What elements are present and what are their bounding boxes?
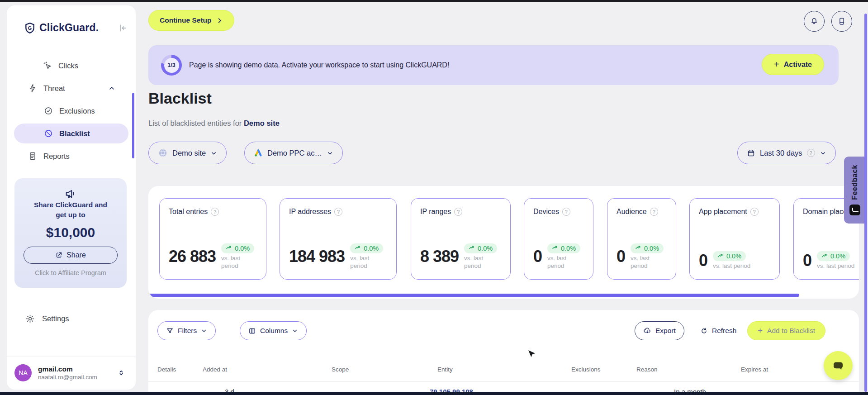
chevron-down-icon [210, 150, 217, 157]
export-label: Export [655, 327, 676, 335]
feedback-tab[interactable]: Feedback [844, 157, 865, 224]
page-vertical-scrollbar[interactable] [864, 14, 867, 392]
chevron-updown-icon[interactable] [118, 369, 125, 377]
page-subtitle: List of blacklisted entities for Demo si… [148, 119, 280, 128]
stat-value: 26 883 [169, 247, 216, 266]
chevron-down-icon [201, 328, 207, 334]
sidebar-item-label: Blacklist [59, 129, 90, 138]
column-header: Expires at [741, 366, 768, 373]
chat-widget-button[interactable] [824, 351, 853, 380]
user-meta: gmail.com naatali.ro@gmail.com [38, 365, 97, 381]
lightning-icon [28, 84, 37, 93]
ppc-account-selector[interactable]: Demo PPC ac… [244, 142, 343, 164]
sidebar-item-reports[interactable]: Reports [7, 145, 136, 167]
stat-value: 8 389 [420, 247, 459, 266]
help-icon[interactable]: ? [562, 208, 570, 216]
trend-badge: 0.0% [221, 243, 254, 253]
filters-button[interactable]: Filters [157, 321, 216, 340]
demo-data-banner: 1/3 Page is showing demo data. Activate … [148, 45, 839, 85]
export-button[interactable]: Export [635, 321, 684, 340]
stat-label: IP addresses [289, 208, 331, 216]
stat-label: Audience [617, 208, 647, 216]
sidebar: G ClickGuard. Clicks [7, 5, 136, 390]
column-header: Exclusions [571, 366, 601, 373]
activate-label: Activate [784, 61, 812, 69]
help-icon[interactable]: ? [454, 208, 462, 216]
refresh-button[interactable]: Refresh [697, 321, 740, 340]
window-bottom-edge [0, 392, 868, 395]
gear-icon [25, 314, 35, 324]
date-range-selector[interactable]: Last 30 days ? [737, 142, 836, 164]
stat-value: 0 [617, 247, 625, 266]
promo-amount: $10,000 [14, 225, 127, 240]
trend-badge: 0.0% [464, 243, 497, 253]
chevron-down-icon [820, 150, 826, 157]
sidebar-item-label: Clicks [58, 62, 78, 70]
user-email: naatali.ro@gmail.com [38, 374, 97, 381]
continue-setup-label: Continue Setup [160, 16, 212, 24]
help-icon[interactable]: ? [334, 208, 342, 216]
stat-card-ip-addresses: IP addresses? 184 983 0.0% vs. last peri… [280, 198, 397, 280]
chevron-up-icon[interactable] [108, 85, 115, 92]
stat-value: 0 [803, 251, 811, 270]
columns-button[interactable]: Columns [240, 321, 307, 340]
stats-panel: Total entries? 26 883 0.0% vs. last peri… [148, 186, 859, 299]
trend-badge: 0.0% [547, 243, 580, 253]
trend-badge: 0.0% [817, 251, 850, 261]
share-button[interactable]: Share [24, 247, 118, 264]
refresh-label: Refresh [712, 327, 736, 335]
promo-caption: Click to Affiliate Program [14, 269, 127, 276]
notifications-button[interactable] [804, 11, 825, 32]
plus-icon: + [758, 326, 763, 336]
stat-note: vs. last period [221, 254, 257, 270]
add-to-blacklist-button[interactable]: + Add to Blacklist [747, 321, 825, 340]
help-icon[interactable]: ? [650, 208, 658, 216]
calendar-icon [747, 149, 755, 157]
workspace-switcher[interactable]: NA gmail.com naatali.ro@gmail.com [7, 357, 136, 381]
activate-button[interactable]: + Activate [762, 54, 824, 75]
stat-label: Total entries [169, 208, 208, 216]
filter-funnel-icon [166, 327, 174, 335]
banner-message: Page is showing demo data. Activate your… [189, 61, 449, 69]
sidebar-scrollbar[interactable] [132, 93, 134, 158]
sidebar-item-label: Exclusions [59, 107, 95, 115]
filters-label: Filters [178, 327, 197, 335]
window-top-edge [0, 0, 868, 2]
globe-icon [158, 148, 168, 158]
stat-note: vs. last period [817, 262, 854, 270]
sidebar-item-exclusions[interactable]: Exclusions [7, 100, 136, 122]
trend-up-icon [821, 253, 828, 260]
cloud-download-icon [643, 327, 651, 335]
help-icon[interactable]: ? [750, 208, 759, 216]
stat-label: App placement [699, 208, 747, 216]
document-icon [28, 152, 37, 161]
help-icon[interactable]: ? [211, 208, 219, 216]
stat-value: 184 983 [289, 247, 345, 266]
docs-button[interactable] [831, 11, 852, 32]
site-selector[interactable]: Demo site [148, 142, 227, 164]
column-header: Entity [437, 366, 453, 373]
sidebar-item-label: Reports [43, 152, 70, 161]
brand-name: ClickGuard. [39, 22, 99, 34]
stat-card-total-entries: Total entries? 26 883 0.0% vs. last peri… [159, 198, 266, 280]
sidebar-item-threat[interactable]: Threat [7, 77, 136, 100]
add-to-blacklist-label: Add to Blacklist [767, 327, 815, 335]
trend-up-icon [552, 245, 559, 252]
column-header: Scope [332, 366, 349, 373]
sidebar-item-blacklist[interactable]: Blacklist [7, 122, 136, 145]
continue-setup-button[interactable]: Continue Setup [148, 10, 234, 31]
stat-card-audience: Audience? 0 0.0% vs. last period [607, 198, 676, 280]
svg-text:G: G [28, 25, 32, 30]
chevron-down-icon [327, 150, 333, 157]
app-root: G ClickGuard. Clicks [0, 0, 868, 395]
sidebar-collapse-icon[interactable] [119, 24, 128, 33]
table-header-divider [148, 381, 859, 382]
sidebar-item-settings[interactable]: Settings [7, 308, 136, 329]
feedback-label: Feedback [851, 165, 859, 200]
help-icon[interactable]: ? [807, 149, 815, 157]
stats-horizontal-scrollbar[interactable] [148, 294, 799, 297]
sidebar-item-clicks[interactable]: Clicks [7, 54, 136, 77]
affiliate-promo-card[interactable]: Share ClickGuard and get up to $10,000 S… [14, 178, 127, 288]
megaphone-icon [14, 187, 127, 200]
trend-up-icon [226, 245, 232, 252]
